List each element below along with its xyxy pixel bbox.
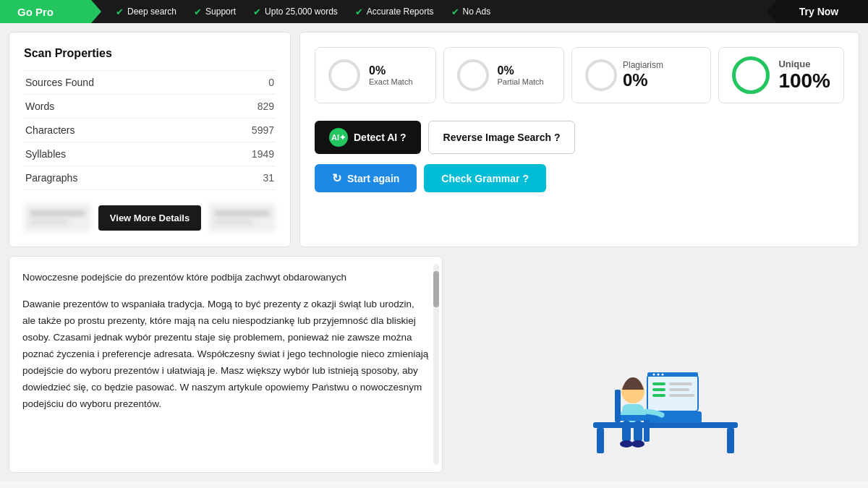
scan-table: Sources Found 0 Words 829 Characters 599… xyxy=(24,70,276,190)
main-content: Scan Properties Sources Found 0 Words 82… xyxy=(0,23,868,256)
feature-support: ✔ Support xyxy=(194,7,236,17)
check-grammar-button[interactable]: Check Grammar ? xyxy=(424,164,546,192)
plagiarism-label: Plagiarism xyxy=(623,60,663,70)
syllables-value: 1949 xyxy=(210,142,276,166)
unique-circle xyxy=(732,56,770,94)
paragraphs-label: Paragraphs xyxy=(24,166,210,190)
table-row: Characters 5997 xyxy=(24,119,276,142)
svg-rect-18 xyxy=(622,421,631,442)
exact-match-card: 0% Exact Match xyxy=(315,47,436,103)
exact-match-label: Exact Match xyxy=(369,77,413,86)
partial-match-card: 0% Partial Match xyxy=(443,47,565,103)
blurred-line xyxy=(214,210,270,216)
feature-words-limit: ✔ Upto 25,000 words xyxy=(253,7,338,17)
feature-no-ads: ✔ No Ads xyxy=(451,7,491,17)
blurred-block-right xyxy=(208,203,276,232)
blurred-block-left xyxy=(24,203,91,232)
action-buttons-row1: AI✦ Detect AI ? Reverse Image Search ? xyxy=(315,121,844,154)
scrollbar-thumb[interactable] xyxy=(433,271,439,307)
svg-point-20 xyxy=(620,440,633,448)
svg-rect-0 xyxy=(593,422,738,428)
action-buttons-row2: ↻ Start again Check Grammar ? xyxy=(315,164,844,192)
results-panel: 0% Exact Match 0% Partial Match Plagiari… xyxy=(299,32,859,247)
sources-found-label: Sources Found xyxy=(24,71,210,95)
svg-rect-23 xyxy=(644,420,650,442)
table-row: Paragraphs 31 xyxy=(24,166,276,190)
svg-rect-6 xyxy=(669,382,692,385)
table-row: Sources Found 0 xyxy=(24,71,276,95)
svg-rect-8 xyxy=(669,388,689,391)
feature-accurate-reports: ✔ Accurate Reports xyxy=(355,7,434,17)
detect-ai-button[interactable]: AI✦ Detect AI ? xyxy=(315,121,421,154)
svg-rect-2 xyxy=(727,428,734,453)
banner-features: ✔ Deep search ✔ Support ✔ Upto 25,000 wo… xyxy=(101,7,767,17)
partial-match-circle xyxy=(457,59,489,91)
partial-match-info: 0% Partial Match xyxy=(498,64,544,86)
blurred-line-short xyxy=(214,220,253,225)
check-icon: ✔ xyxy=(116,7,124,17)
try-now-button[interactable]: Try Now xyxy=(767,0,868,23)
bottom-content: Nowoczesne podejście do prezentów które … xyxy=(0,256,868,481)
view-more-details-button[interactable]: View More Details xyxy=(98,205,201,231)
score-cards: 0% Exact Match 0% Partial Match Plagiari… xyxy=(315,47,844,103)
blurred-line xyxy=(30,210,85,216)
text-area-panel: Nowoczesne podejście do prezentów które … xyxy=(9,256,443,473)
unique-percent: 100% xyxy=(778,69,830,93)
words-label: Words xyxy=(24,95,210,119)
illustration-panel xyxy=(443,256,859,473)
characters-label: Characters xyxy=(24,119,210,142)
svg-rect-4 xyxy=(647,375,698,411)
svg-rect-24 xyxy=(615,390,621,422)
svg-rect-5 xyxy=(652,382,665,385)
svg-rect-1 xyxy=(597,428,604,453)
plagiarism-card: Plagiarism 0% xyxy=(571,47,711,103)
svg-point-21 xyxy=(631,440,644,448)
exact-match-percent: 0% xyxy=(369,64,413,77)
table-row: Syllables 1949 xyxy=(24,142,276,166)
svg-point-13 xyxy=(658,374,660,376)
svg-point-12 xyxy=(653,374,655,376)
ai-icon: AI✦ xyxy=(329,128,348,147)
unique-label: Unique xyxy=(778,59,830,69)
reverse-image-search-button[interactable]: Reverse Image Search ? xyxy=(428,121,576,154)
plagiarism-info: Plagiarism 0% xyxy=(623,60,663,90)
plagiarism-circle xyxy=(585,59,617,91)
blurred-section: View More Details xyxy=(24,203,276,232)
table-row: Words 829 xyxy=(24,95,276,119)
text-heading: Nowoczesne podejście do prezentów które … xyxy=(22,270,429,286)
go-pro-button[interactable]: Go Pro xyxy=(0,0,101,23)
start-again-button[interactable]: ↻ Start again xyxy=(315,164,417,192)
text-paragraph1: Dawanie prezentów to wspaniała tradycja.… xyxy=(22,296,429,413)
top-banner: Go Pro ✔ Deep search ✔ Support ✔ Upto 25… xyxy=(0,0,868,23)
check-icon: ✔ xyxy=(451,7,459,17)
check-icon: ✔ xyxy=(253,7,261,17)
scrollbar[interactable] xyxy=(433,264,439,465)
exact-match-circle xyxy=(328,59,360,91)
partial-match-label: Partial Match xyxy=(498,77,544,86)
characters-value: 5997 xyxy=(210,119,276,142)
feature-deep-search: ✔ Deep search xyxy=(116,7,176,17)
refresh-icon: ↻ xyxy=(332,171,341,185)
text-content: Nowoczesne podejście do prezentów które … xyxy=(22,270,429,413)
words-value: 829 xyxy=(210,95,276,119)
illustration-image xyxy=(550,270,752,458)
partial-match-percent: 0% xyxy=(498,64,544,77)
svg-rect-7 xyxy=(652,388,665,391)
sources-found-value: 0 xyxy=(210,71,276,95)
check-icon: ✔ xyxy=(194,7,202,17)
check-icon: ✔ xyxy=(355,7,363,17)
paragraphs-value: 31 xyxy=(210,166,276,190)
unique-card: Unique 100% xyxy=(718,47,844,103)
blurred-line-short xyxy=(30,220,69,225)
svg-rect-19 xyxy=(634,421,642,442)
syllables-label: Syllables xyxy=(24,142,210,166)
svg-rect-9 xyxy=(652,394,665,397)
scan-properties-title: Scan Properties xyxy=(24,47,276,60)
svg-point-14 xyxy=(662,374,664,376)
plagiarism-percent: 0% xyxy=(623,70,663,90)
unique-info: Unique 100% xyxy=(778,59,830,93)
exact-match-info: 0% Exact Match xyxy=(369,64,413,86)
svg-rect-10 xyxy=(669,394,694,397)
scan-properties-panel: Scan Properties Sources Found 0 Words 82… xyxy=(9,32,291,247)
